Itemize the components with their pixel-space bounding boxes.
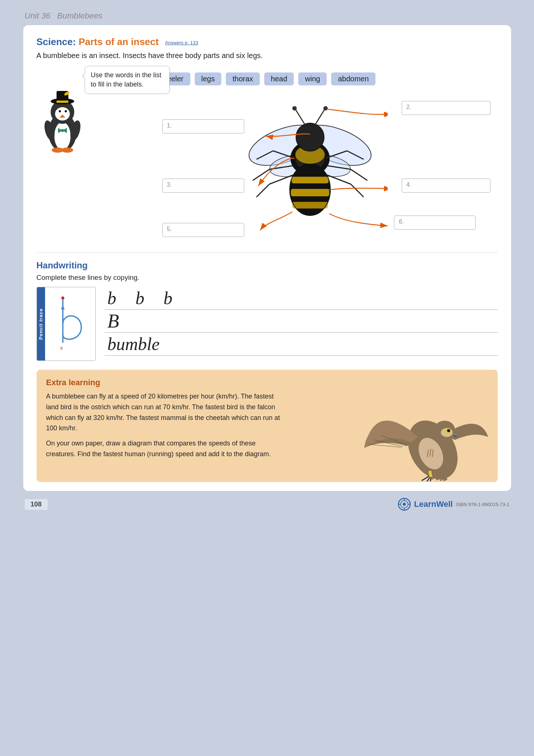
svg-point-54: [61, 296, 64, 299]
label-input-2[interactable]: [416, 104, 484, 111]
isbn-text: ISBN 978-1-990015-73-1: [456, 502, 509, 507]
svg-line-45: [256, 184, 269, 197]
science-section-title: Science: Parts of an insect Answers p. 1…: [37, 36, 498, 48]
science-label: Science:: [37, 36, 76, 47]
main-card: Science: Parts of an insect Answers p. 1…: [23, 25, 511, 491]
handwriting-title: Handwriting: [37, 260, 498, 271]
word-head: head: [264, 72, 294, 85]
unit-number: Unit 36: [25, 11, 51, 20]
unit-header: Unit 36 Bumblebees: [23, 11, 511, 21]
hw-text-3: bumble: [108, 334, 160, 354]
label-input-1[interactable]: [177, 122, 239, 129]
label-input-5[interactable]: [177, 226, 239, 233]
hw-lines-area: b b b B bumble: [105, 287, 498, 356]
svg-line-49: [351, 169, 367, 180]
word-abdomen: abdomen: [331, 72, 375, 85]
svg-point-37: [292, 106, 297, 111]
svg-line-38: [315, 109, 325, 125]
svg-line-36: [295, 109, 305, 125]
hw-text-2: B: [108, 310, 119, 332]
svg-line-51: [351, 184, 364, 197]
label-num-1: 1.: [167, 122, 172, 129]
word-legs: legs: [195, 72, 222, 85]
label-box-3[interactable]: 3.: [162, 179, 244, 193]
svg-point-6: [59, 110, 61, 112]
hw-intro: Complete these lines by copying.: [37, 274, 498, 282]
label-input-3[interactable]: [177, 181, 239, 189]
label-input-6[interactable]: [409, 218, 471, 226]
extra-learning-content: A bumblebee can fly at a speed of 20 kil…: [46, 391, 283, 460]
speech-bubble: Use the words in the list to fill in the…: [85, 66, 170, 94]
svg-rect-30: [292, 202, 328, 209]
word-thorax: thorax: [226, 72, 260, 85]
label-num-3: 3.: [167, 182, 172, 188]
svg-rect-11: [57, 101, 68, 103]
label-box-4[interactable]: 4.: [402, 179, 490, 193]
svg-point-15: [61, 129, 64, 132]
svg-text:x: x: [60, 345, 63, 351]
science-section: Science: Parts of an insect Answers p. 1…: [37, 36, 498, 245]
svg-point-69: [447, 429, 450, 432]
label-input-4[interactable]: [416, 181, 484, 189]
pencil-trace-text: Pencil trace: [38, 308, 44, 340]
page-number: 108: [25, 499, 48, 510]
label-num-5: 5.: [167, 226, 172, 232]
learnwell-logo-icon: [398, 498, 411, 511]
section-divider: [37, 252, 498, 253]
label-box-1[interactable]: 1.: [162, 119, 244, 133]
falcon-illustration: [363, 378, 488, 474]
label-num-6: 6.: [399, 218, 404, 225]
footer-bar: 108 LearnWell ISBN 978-1-990015-73-1: [23, 498, 511, 511]
extra-para-1: A bumblebee can fly at a speed of 20 kil…: [46, 391, 283, 434]
pencil-trace-content: x: [45, 287, 95, 360]
svg-rect-28: [292, 177, 329, 183]
label-num-4: 4.: [407, 182, 411, 188]
hw-line-1: b b b: [105, 287, 498, 310]
label-box-6[interactable]: 6.: [394, 216, 475, 230]
extra-learning-title: Extra learning: [46, 378, 355, 387]
label-box-5[interactable]: 5.: [162, 223, 244, 237]
bee-illustration: [232, 97, 388, 238]
handwriting-section: Handwriting Complete these lines by copy…: [37, 260, 498, 361]
penguin-illustration: [37, 84, 96, 156]
svg-point-7: [65, 110, 67, 112]
hw-text-1: b b b: [108, 288, 180, 308]
page: Unit 36 Bumblebees Science: Parts of an …: [23, 11, 511, 743]
word-wing: wing: [298, 72, 327, 85]
learnwell-name: LearnWell: [414, 499, 453, 509]
science-intro: A bumblebee is an insect. Insects have t…: [37, 51, 498, 60]
word-list: feeler legs thorax head wing abdomen: [159, 72, 498, 85]
extra-para-2: On your own paper, draw a diagram that c…: [46, 438, 283, 460]
answers-ref: Answers p. 133: [165, 40, 198, 45]
pencil-trace-box: Pencil trace x: [37, 287, 96, 361]
unit-title: Bumblebees: [57, 11, 102, 20]
learnwell-logo: LearnWell ISBN 978-1-990015-73-1: [398, 498, 509, 511]
svg-point-39: [323, 106, 328, 111]
label-num-2: 2.: [407, 104, 411, 110]
science-body: Use the words in the list to fill in the…: [37, 66, 498, 245]
svg-rect-29: [291, 189, 329, 196]
svg-point-3: [55, 107, 70, 121]
pencil-trace-label: Pencil trace: [37, 287, 45, 360]
hw-line-2: B: [105, 310, 498, 333]
svg-point-20: [61, 148, 73, 153]
parts-label: Parts of an insect: [79, 36, 159, 47]
extra-learning-text-area: Extra learning A bumblebee can fly at a …: [46, 378, 355, 464]
svg-point-76: [403, 503, 406, 506]
extra-learning-card: Extra learning A bumblebee can fly at a …: [37, 370, 498, 482]
diagram-area: 1. 2. 3. 4.: [159, 90, 498, 245]
label-box-2[interactable]: 2.: [402, 101, 490, 115]
penguin-area: Use the words in the list to fill in the…: [37, 66, 96, 156]
handwriting-area: Pencil trace x: [37, 287, 498, 361]
hw-line-3: bumble: [105, 333, 498, 356]
